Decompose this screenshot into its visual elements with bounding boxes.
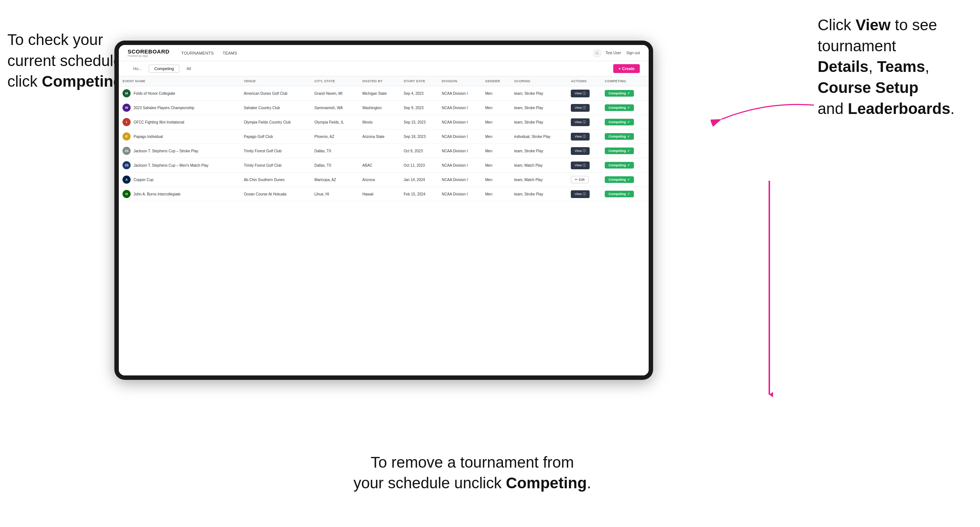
checkmark-icon: ✓ xyxy=(627,120,630,124)
view-button[interactable]: View ⓘ xyxy=(571,104,590,112)
team-logo: A xyxy=(123,176,130,184)
svg-rect-4 xyxy=(595,51,599,55)
cell-actions: View ⓘ xyxy=(567,86,601,101)
sign-out-link[interactable]: Sign out xyxy=(626,51,640,55)
cell-gender: Men xyxy=(482,115,510,129)
cell-event-name: JS Jackson T. Stephens Cup – Stroke Play xyxy=(119,144,240,158)
cell-division: NCAA Division I xyxy=(438,144,482,158)
team-logo: JS xyxy=(123,147,130,155)
user-name: Test User xyxy=(606,51,621,55)
user-icon xyxy=(594,50,600,56)
cell-division: NCAA Division I xyxy=(438,86,482,101)
cell-actions: View ⓘ xyxy=(567,144,601,158)
table-row: I OFCC Fighting Illini Invitational Olym… xyxy=(119,115,649,129)
cell-gender: Men xyxy=(482,158,510,173)
cell-venue: Sahalee Country Club xyxy=(240,101,311,115)
competing-button[interactable]: Competing ✓ xyxy=(605,119,634,125)
cell-scoring: team, Match Play xyxy=(510,158,567,173)
col-start-date: START DATE xyxy=(400,76,438,86)
col-hosted-by: HOSTED BY xyxy=(359,76,400,86)
table-row: M Folds of Honor Collegiate American Dun… xyxy=(119,86,649,101)
competing-button[interactable]: Competing ✓ xyxy=(605,90,634,97)
cell-start-date: Sep 4, 2023 xyxy=(400,86,438,101)
cell-actions: View ⓘ xyxy=(567,187,601,202)
cell-division: NCAA Division I xyxy=(438,101,482,115)
nav-right: Test User Sign out xyxy=(594,50,640,56)
filter-tabs: Ho... Competing All xyxy=(128,65,197,73)
cell-event-name: M Folds of Honor Collegiate xyxy=(119,86,240,101)
cell-competing: Competing ✓ xyxy=(601,129,649,144)
competing-button[interactable]: Competing ✓ xyxy=(605,133,634,140)
cell-venue: American Dunes Golf Club xyxy=(240,86,311,101)
create-button[interactable]: + Create xyxy=(613,64,640,73)
arrow-to-bottom-annotation xyxy=(765,181,773,402)
nav-tournaments[interactable]: TOURNAMENTS xyxy=(181,51,214,55)
edit-button[interactable]: ✏ Edit xyxy=(571,176,589,183)
view-button[interactable]: View ⓘ xyxy=(571,190,590,198)
team-logo: I xyxy=(123,118,130,126)
cell-venue: Papago Golf Club xyxy=(240,129,311,144)
competing-label: Competing xyxy=(608,135,626,138)
competing-button[interactable]: Competing ✓ xyxy=(605,162,634,168)
checkmark-icon: ✓ xyxy=(627,163,630,167)
checkmark-icon: ✓ xyxy=(627,149,630,153)
team-logo: JS xyxy=(123,161,130,169)
cell-competing: Competing ✓ xyxy=(601,86,649,101)
cell-scoring: team, Stroke Play xyxy=(510,144,567,158)
view-button[interactable]: View ⓘ xyxy=(571,90,590,97)
team-logo: P xyxy=(123,132,130,141)
team-logo: W xyxy=(123,104,130,112)
event-name-text: Copper Cup xyxy=(134,178,153,182)
cell-competing: Competing ✓ xyxy=(601,173,649,187)
cell-city-state: Grand Haven, MI xyxy=(311,86,359,101)
tab-home[interactable]: Ho... xyxy=(128,65,147,73)
cell-actions: ✏ Edit xyxy=(567,173,601,187)
view-button[interactable]: View ⓘ xyxy=(571,118,590,126)
cell-city-state: Sammamish, WA xyxy=(311,101,359,115)
cell-scoring: team, Stroke Play xyxy=(510,86,567,101)
event-name-text: 2023 Sahalee Players Championship xyxy=(134,106,194,110)
view-button[interactable]: View ⓘ xyxy=(571,133,590,141)
col-competing: COMPETING xyxy=(601,76,649,86)
cell-city-state: Maricopa, AZ xyxy=(311,173,359,187)
tab-competing[interactable]: Competing xyxy=(149,65,179,73)
cell-start-date: Oct 11, 2023 xyxy=(400,158,438,173)
table-row: JS Jackson T. Stephens Cup – Stroke Play… xyxy=(119,144,649,158)
cell-scoring: individual, Stroke Play xyxy=(510,129,567,144)
table-row: P Papago Individual Papago Golf Club Pho… xyxy=(119,129,649,144)
cell-city-state: Dallas, TX xyxy=(311,144,359,158)
competing-button[interactable]: Competing ✓ xyxy=(605,104,634,111)
tab-all[interactable]: All xyxy=(181,65,196,73)
cell-gender: Men xyxy=(482,144,510,158)
cell-actions: View ⓘ xyxy=(567,129,601,144)
cell-scoring: team, Match Play xyxy=(510,173,567,187)
annotation-bottom: To remove a tournament from your schedul… xyxy=(321,452,624,494)
cell-gender: Men xyxy=(482,173,510,187)
table-row: A Copper Cup Ak-Chin Southern Dunes Mari… xyxy=(119,173,649,187)
nav-teams[interactable]: TEAMS xyxy=(223,51,237,55)
cell-event-name: A Copper Cup xyxy=(119,173,240,187)
checkmark-icon: ✓ xyxy=(627,178,630,181)
event-name-text: Papago Individual xyxy=(134,135,163,139)
cell-event-name: JS Jackson T. Stephens Cup – Men's Match… xyxy=(119,158,240,173)
view-button[interactable]: View ⓘ xyxy=(571,147,590,155)
checkmark-icon: ✓ xyxy=(627,106,630,110)
cell-division: NCAA Division I xyxy=(438,158,482,173)
col-division: DIVISION xyxy=(438,76,482,86)
competing-button[interactable]: Competing ✓ xyxy=(605,176,634,183)
cell-venue: Ocean Course At Hokuala xyxy=(240,187,311,202)
competing-button[interactable]: Competing ✓ xyxy=(605,190,634,197)
cell-competing: Competing ✓ xyxy=(601,158,649,173)
cell-hosted-by: Arizona xyxy=(359,173,400,187)
cell-venue: Olympia Fields Country Club xyxy=(240,115,311,129)
competing-label: Competing xyxy=(608,149,626,153)
cell-hosted-by: Michigan State xyxy=(359,86,400,101)
competing-label: Competing xyxy=(608,120,626,124)
competing-button[interactable]: Competing ✓ xyxy=(605,148,634,154)
team-logo: H xyxy=(123,190,130,198)
cell-hosted-by: Hawaii xyxy=(359,187,400,202)
view-button[interactable]: View ⓘ xyxy=(571,162,590,169)
cell-event-name: P Papago Individual xyxy=(119,129,240,144)
cell-division: NCAA Division I xyxy=(438,129,482,144)
col-city-state: CITY, STATE xyxy=(311,76,359,86)
